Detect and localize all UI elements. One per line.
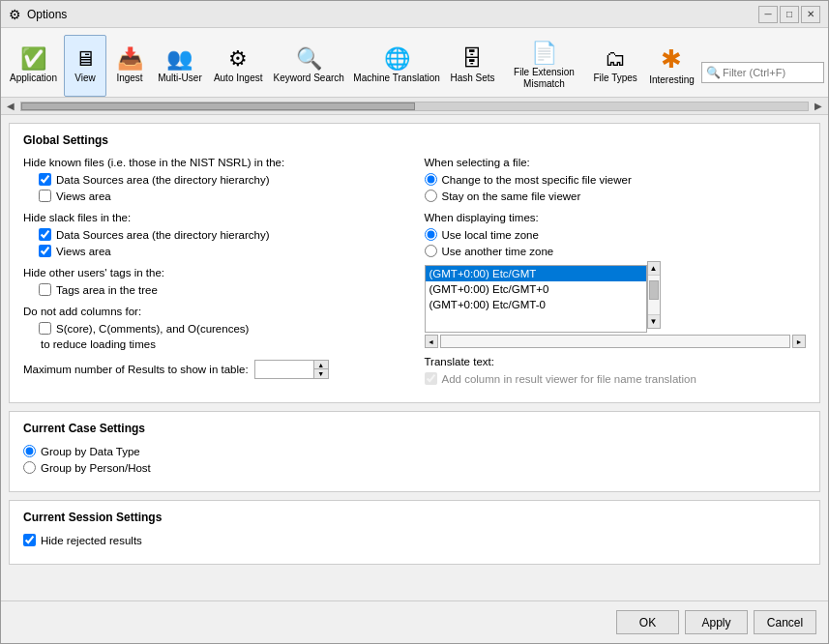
change-viewer-radio[interactable] <box>425 173 437 186</box>
change-viewer-label[interactable]: Change to the most specific file viewer <box>442 174 632 186</box>
hashsets-label: Hash Sets <box>450 73 494 83</box>
cancel-button[interactable]: Cancel <box>754 610 816 634</box>
stay-viewer-row: Stay on the same file viewer <box>425 190 807 202</box>
score-checkbox[interactable] <box>39 322 51 335</box>
options-window: ⚙ Options ─ □ ✕ ✅ Application 🖥 View 📥 I… <box>0 0 829 644</box>
tags-label[interactable]: Tags area in the tree <box>56 284 158 296</box>
max-results-input[interactable]: 10,000 <box>255 361 313 378</box>
datasources-checkbox[interactable] <box>39 173 51 186</box>
tab-interesting[interactable]: ✱ Interesting <box>644 35 699 97</box>
views-checkbox1[interactable] <box>39 190 51 202</box>
tab-filetypes[interactable]: 🗂 File Types <box>588 35 642 97</box>
group-person-label[interactable]: Group by Person/Host <box>41 462 151 474</box>
tab-hashsets[interactable]: 🗄 Hash Sets <box>445 35 499 97</box>
global-settings-section: Global Settings Hide known files (i.e. t… <box>9 123 820 403</box>
translate-section: Translate text: Add column in result vie… <box>425 356 807 385</box>
ok-button[interactable]: OK <box>616 610 679 634</box>
tz-hscroll-left-button[interactable]: ◄ <box>425 335 438 348</box>
toolbar-scroll-nav: ◀ ▶ <box>1 98 828 115</box>
hide-other-tags-label: Hide other users' tags in the: <box>23 267 405 278</box>
views-check-label1[interactable]: Views area <box>56 190 111 202</box>
local-time-radio[interactable] <box>425 228 437 241</box>
group-datatype-radio[interactable] <box>23 445 36 457</box>
left-column: Hide known files (i.e. those in the NIST… <box>23 157 405 389</box>
main-content: Global Settings Hide known files (i.e. t… <box>1 115 828 600</box>
slack-datasources-label[interactable]: Data Sources area (the directory hierarc… <box>56 229 270 241</box>
another-time-radio[interactable] <box>425 245 437 257</box>
change-viewer-row: Change to the most specific file viewer <box>425 173 807 186</box>
application-label: Application <box>10 73 57 83</box>
tz-scroll-down-button[interactable]: ▼ <box>648 314 660 328</box>
tz-scroll-up-button[interactable]: ▲ <box>648 262 660 276</box>
tags-checkbox[interactable] <box>39 283 51 296</box>
tz-scroll-track <box>648 276 660 314</box>
tab-application[interactable]: ✅ Application <box>5 35 62 97</box>
reduce-label: to reduce loading times <box>23 338 405 350</box>
title-bar-left: ⚙ Options <box>9 7 67 22</box>
current-case-section: Current Case Settings Group by Data Type… <box>9 411 820 492</box>
max-results-spinner[interactable]: 10,000 ▲ ▼ <box>254 360 329 379</box>
max-results-label: Maximum number of Results to show in tab… <box>23 364 249 375</box>
timezone-scrollbar: ▲ ▼ <box>647 261 661 329</box>
score-label[interactable]: S(core), C(omments), and O(curences) <box>56 323 249 335</box>
local-time-label[interactable]: Use local time zone <box>442 229 539 241</box>
slack-views-label[interactable]: Views area <box>56 246 111 257</box>
group-datatype-label[interactable]: Group by Data Type <box>41 446 140 457</box>
slack-views-checkbox[interactable] <box>39 245 51 257</box>
current-case-title: Current Case Settings <box>23 422 806 435</box>
fileext-icon: 📄 <box>531 43 557 64</box>
global-settings-columns: Hide known files (i.e. those in the NIST… <box>23 157 806 389</box>
scroll-right-arrow[interactable]: ▶ <box>811 101 826 111</box>
translate-checkbox[interactable] <box>425 372 437 385</box>
slack-datasources-checkbox[interactable] <box>39 228 51 241</box>
apply-button[interactable]: Apply <box>685 610 748 634</box>
local-time-row: Use local time zone <box>425 228 807 241</box>
another-time-row: Use another time zone <box>425 245 807 257</box>
spinner-buttons: ▲ ▼ <box>313 361 328 378</box>
hide-rejected-label[interactable]: Hide rejected results <box>41 535 142 546</box>
group-datatype-row: Group by Data Type <box>23 445 806 457</box>
datasources-check-label[interactable]: Data Sources area (the directory hierarc… <box>56 174 270 186</box>
timezone-item-1[interactable]: (GMT+0:00) Etc/GMT+0 <box>426 281 646 297</box>
hide-rejected-checkbox[interactable] <box>23 534 36 546</box>
tab-fileext[interactable]: 📄 File Extension Mismatch <box>502 35 587 97</box>
scroll-left-arrow[interactable]: ◀ <box>3 101 18 111</box>
stay-viewer-radio[interactable] <box>425 190 437 202</box>
translate-check-label: Add column in result viewer for file nam… <box>442 373 696 385</box>
close-button[interactable]: ✕ <box>801 6 820 23</box>
tz-hscroll-right-button[interactable]: ► <box>792 335 806 348</box>
timezone-list[interactable]: (GMT+0:00) Etc/GMT (GMT+0:00) Etc/GMT+0 … <box>425 265 647 333</box>
tab-keyword[interactable]: 🔍 Keyword Search <box>269 35 347 97</box>
search-toolbar-wrap: 🔍 <box>701 62 824 91</box>
tab-view[interactable]: 🖥 View <box>64 35 106 97</box>
timezone-item-2[interactable]: (GMT+0:00) Etc/GMT-0 <box>426 297 646 312</box>
fileext-label: File Extension Mismatch <box>509 67 580 90</box>
maximize-button[interactable]: □ <box>780 6 799 23</box>
minimize-button[interactable]: ─ <box>758 6 778 23</box>
tab-ingest[interactable]: 📥 Ingest <box>108 35 151 97</box>
keyword-label: Keyword Search <box>274 73 344 83</box>
scroll-thumb <box>21 102 415 110</box>
spinner-up-button[interactable]: ▲ <box>314 361 328 369</box>
translate-label: Translate text: <box>425 356 807 367</box>
right-column: When selecting a file: Change to the mos… <box>425 157 807 389</box>
multiuser-icon: 👥 <box>166 48 192 70</box>
tab-multiuser[interactable]: 👥 Multi-User <box>153 35 207 97</box>
bottom-bar: OK Apply Cancel <box>1 600 828 643</box>
another-time-label[interactable]: Use another time zone <box>442 246 554 257</box>
tab-machinetrans[interactable]: 🌐 Machine Translation <box>350 35 443 97</box>
tz-hscroll-track <box>440 335 791 348</box>
hide-known-label: Hide known files (i.e. those in the NIST… <box>23 157 405 168</box>
group-person-radio[interactable] <box>23 461 36 474</box>
tz-scroll-thumb <box>649 280 659 300</box>
window-icon: ⚙ <box>9 7 21 22</box>
spinner-down-button[interactable]: ▼ <box>314 369 328 378</box>
search-input[interactable] <box>723 67 819 78</box>
search-box[interactable]: 🔍 <box>701 62 824 83</box>
tab-autoingest[interactable]: ⚙ Auto Ingest <box>209 35 268 97</box>
stay-viewer-label[interactable]: Stay on the same file viewer <box>442 190 581 202</box>
group-person-row: Group by Person/Host <box>23 461 806 474</box>
timezone-container: (GMT+0:00) Etc/GMT (GMT+0:00) Etc/GMT+0 … <box>425 261 807 333</box>
hide-slack-label: Hide slack files in the: <box>23 212 405 223</box>
timezone-item-0[interactable]: (GMT+0:00) Etc/GMT <box>426 266 646 281</box>
